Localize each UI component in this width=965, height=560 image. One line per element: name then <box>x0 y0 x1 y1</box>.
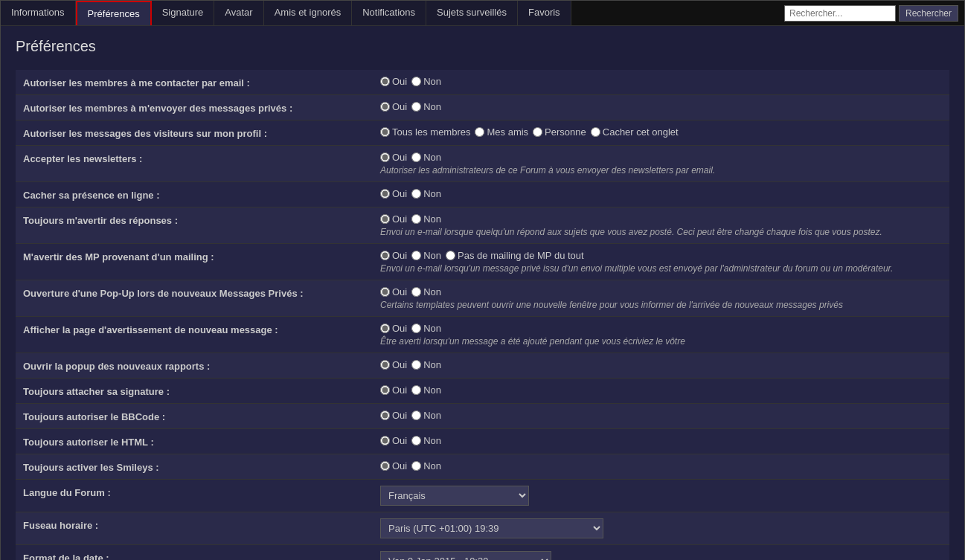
radio-signature-oui-input[interactable] <box>380 385 390 395</box>
radio-presence-non-input[interactable] <box>411 189 421 199</box>
radio-presence-non[interactable]: Non <box>411 188 441 199</box>
radio-smileys-non[interactable]: Non <box>411 460 441 472</box>
pref-row-mp: Autoriser les membres à m'envoyer des me… <box>16 95 949 120</box>
radio-html-oui[interactable]: Oui <box>380 435 407 446</box>
radio-visitors-personne[interactable]: Personne <box>533 126 586 138</box>
radio-mp-non-input[interactable] <box>411 102 421 112</box>
search-input[interactable] <box>784 5 896 22</box>
radio-presence-oui[interactable]: Oui <box>380 188 407 199</box>
radio-mailing-mp-non-input[interactable] <box>411 251 421 260</box>
tab-informations[interactable]: Informations <box>1 1 76 25</box>
pref-row-format-date: Format de la date : Ven 9 Jan 2015 - 19:… <box>16 545 949 560</box>
radio-mp-non[interactable]: Non <box>411 101 441 112</box>
radio-popup-rapports-non[interactable]: Non <box>411 359 441 370</box>
tab-preferences[interactable]: Préférences <box>76 1 152 25</box>
pref-control-bbcode: Oui Non <box>380 410 942 421</box>
radio-visitors-amis[interactable]: Mes amis <box>475 126 528 138</box>
radio-avertir-reponses-non[interactable]: Non <box>411 213 441 225</box>
pref-control-html: Oui Non <box>380 435 942 446</box>
pref-row-popup-rapports: Ouvrir la popup des nouveaux rapports : … <box>16 353 949 379</box>
radio-html-non-input[interactable] <box>411 436 421 445</box>
radio-mailing-mp-non[interactable]: Non <box>411 250 441 261</box>
radio-mp-oui-input[interactable] <box>380 102 390 112</box>
radio-newsletters-oui[interactable]: Oui <box>380 152 407 163</box>
tab-avatar[interactable]: Avatar <box>214 1 263 25</box>
fuseau-select[interactable]: Paris (UTC +01:00) 19:39 <box>380 518 603 538</box>
radio-newsletters-non-input[interactable] <box>411 152 421 162</box>
radio-visitors-cacher-input[interactable] <box>591 127 600 137</box>
radio-avertir-reponses-non-input[interactable] <box>411 214 421 224</box>
radio-visitors-cacher[interactable]: Cacher cet onglet <box>591 126 679 138</box>
radio-popup-mp-oui-input[interactable] <box>380 287 390 297</box>
tab-favoris[interactable]: Favoris <box>518 1 571 25</box>
radio-popup-rapports-oui[interactable]: Oui <box>380 359 407 370</box>
radio-popup-rapports-non-input[interactable] <box>411 360 421 370</box>
radio-mailing-mp-pas-input[interactable] <box>446 251 455 260</box>
pref-control-presence: Oui Non <box>380 188 942 199</box>
radio-signature-oui[interactable]: Oui <box>380 384 407 396</box>
radio-group-newsletters: Oui Non <box>380 152 942 163</box>
pref-label-newsletters: Accepter les newsletters : <box>23 152 380 164</box>
radio-avert-new-msg-non-input[interactable] <box>411 324 421 333</box>
pref-row-popup-mp: Ouverture d'une Pop-Up lors de nouveaux … <box>16 280 949 317</box>
radio-popup-mp-non[interactable]: Non <box>411 286 441 297</box>
radio-avert-new-msg-non[interactable]: Non <box>411 323 441 334</box>
pref-row-presence: Cacher sa présence en ligne : Oui Non <box>16 182 949 207</box>
radio-avert-new-msg-oui-input[interactable] <box>380 324 390 333</box>
radio-smileys-oui-input[interactable] <box>380 461 390 471</box>
pref-row-email-contact: Autoriser les membres à me contacter par… <box>16 70 949 95</box>
radio-email-contact-oui-input[interactable] <box>380 77 390 86</box>
tab-list: Informations Préférences Signature Avata… <box>1 1 571 25</box>
radio-popup-mp-oui[interactable]: Oui <box>380 286 407 297</box>
tab-notifications[interactable]: Notifications <box>352 1 426 25</box>
radio-bbcode-non-input[interactable] <box>411 411 421 420</box>
tab-sujets[interactable]: Sujets surveillés <box>426 1 518 25</box>
radio-popup-mp-non-input[interactable] <box>411 287 421 297</box>
pref-control-newsletters: Oui Non Autoriser les administrateurs de… <box>380 152 942 176</box>
radio-popup-rapports-oui-input[interactable] <box>380 360 390 370</box>
radio-signature-non[interactable]: Non <box>411 384 441 396</box>
radio-mailing-mp-pas[interactable]: Pas de mailing de MP du tout <box>446 250 584 261</box>
pref-control-avert-new-msg: Oui Non Être averti lorsqu'un message a … <box>380 323 942 347</box>
radio-email-contact-non-input[interactable] <box>411 77 421 86</box>
pref-label-avertir-reponses: Toujours m'avertir des réponses : <box>23 213 380 226</box>
radio-presence-oui-input[interactable] <box>380 189 390 199</box>
format-date-select[interactable]: Ven 9 Jan 2015 - 19:39 <box>380 551 551 560</box>
radio-bbcode-non[interactable]: Non <box>411 410 441 421</box>
pref-label-smileys: Toujours activer les Smileys : <box>23 460 380 473</box>
mailing-mp-note: Envoi un e-mail lorsqu'un message privé … <box>380 263 942 274</box>
radio-bbcode-oui[interactable]: Oui <box>380 410 407 421</box>
radio-mailing-mp-oui-input[interactable] <box>380 251 390 260</box>
radio-group-html: Oui Non <box>380 435 942 446</box>
radio-visitors-amis-input[interactable] <box>475 127 484 137</box>
top-bar: Informations Préférences Signature Avata… <box>1 1 964 26</box>
radio-html-non[interactable]: Non <box>411 435 441 446</box>
radio-mp-oui[interactable]: Oui <box>380 101 407 112</box>
radio-visitors-personne-input[interactable] <box>533 127 542 137</box>
tab-amis[interactable]: Amis et ignorés <box>264 1 353 25</box>
search-button[interactable]: Rechercher <box>899 5 958 22</box>
radio-signature-non-input[interactable] <box>411 385 421 395</box>
radio-bbcode-oui-input[interactable] <box>380 411 390 420</box>
radio-avertir-reponses-oui-input[interactable] <box>380 214 390 224</box>
radio-avert-new-msg-oui[interactable]: Oui <box>380 323 407 334</box>
radio-group-smileys: Oui Non <box>380 460 942 472</box>
langue-select[interactable]: Français English <box>380 486 529 506</box>
radio-smileys-non-input[interactable] <box>411 461 421 471</box>
radio-email-contact-oui[interactable]: Oui <box>380 76 407 87</box>
pref-label-format-date: Format de la date : <box>23 551 380 560</box>
radio-newsletters-non[interactable]: Non <box>411 152 441 163</box>
pref-control-smileys: Oui Non <box>380 460 942 472</box>
radio-avertir-reponses-oui[interactable]: Oui <box>380 213 407 225</box>
radio-newsletters-oui-input[interactable] <box>380 152 390 162</box>
radio-html-oui-input[interactable] <box>380 436 390 445</box>
radio-visitors-tous-input[interactable] <box>380 127 390 137</box>
pref-control-avertir-reponses: Oui Non Envoi un e-mail lorsque quelqu'u… <box>380 213 942 237</box>
radio-mailing-mp-oui[interactable]: Oui <box>380 250 407 261</box>
tab-signature[interactable]: Signature <box>152 1 215 25</box>
radio-group-bbcode: Oui Non <box>380 410 942 421</box>
pref-row-avertir-reponses: Toujours m'avertir des réponses : Oui No… <box>16 207 949 244</box>
radio-smileys-oui[interactable]: Oui <box>380 460 407 472</box>
radio-visitors-tous[interactable]: Tous les membres <box>380 126 470 138</box>
radio-email-contact-non[interactable]: Non <box>411 76 441 87</box>
